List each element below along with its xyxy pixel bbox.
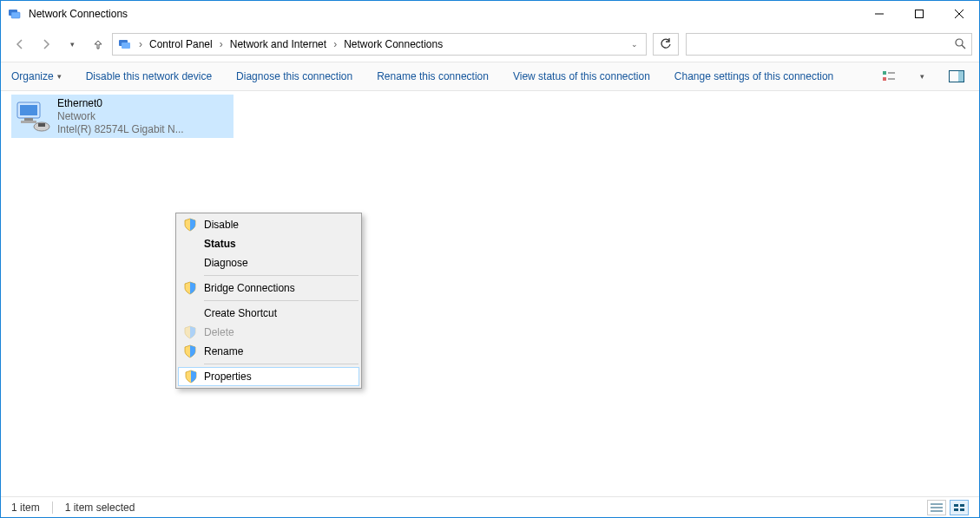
navbar: ▾ › Control Panel › Network and Internet… — [1, 27, 979, 62]
back-button[interactable] — [8, 32, 32, 56]
address-icon — [115, 34, 135, 55]
svg-line-9 — [962, 45, 965, 49]
details-view-button[interactable] — [927, 500, 946, 515]
separator — [204, 275, 358, 276]
svg-rect-17 — [20, 105, 37, 115]
shield-icon — [183, 281, 197, 295]
status-selected-count: 1 item selected — [65, 502, 135, 514]
chevron-down-icon: ▾ — [57, 72, 62, 81]
chevron-right-icon[interactable]: › — [216, 38, 227, 50]
refresh-button[interactable] — [653, 33, 679, 56]
svg-rect-18 — [24, 118, 33, 121]
titlebar: Network Connections — [1, 1, 979, 27]
separator — [204, 364, 358, 364]
ctx-status[interactable]: Status — [178, 234, 359, 253]
svg-rect-3 — [916, 10, 924, 18]
separator — [204, 300, 358, 301]
svg-rect-27 — [954, 508, 958, 511]
preview-pane-button[interactable] — [949, 68, 964, 85]
svg-rect-19 — [21, 121, 36, 123]
svg-rect-28 — [960, 508, 964, 511]
rename-connection-button[interactable]: Rename this connection — [377, 70, 489, 82]
ctx-properties[interactable]: Properties — [178, 367, 359, 386]
large-icons-view-button[interactable] — [950, 500, 969, 515]
address-wrap: › Control Panel › Network and Internet ›… — [112, 33, 972, 56]
content-area[interactable]: Ethernet0 Network Intel(R) 82574L Gigabi… — [1, 91, 979, 496]
diagnose-connection-button[interactable]: Diagnose this connection — [236, 70, 352, 82]
ctx-disable[interactable]: Disable — [178, 215, 359, 234]
svg-rect-10 — [883, 71, 886, 75]
status-bar: 1 item 1 item selected — [1, 496, 979, 517]
svg-point-8 — [956, 39, 963, 46]
context-menu: Disable Status Diagnose Bridge Connectio… — [175, 213, 362, 389]
adapter-name: Ethernet0 — [57, 97, 184, 110]
ctx-diagnose[interactable]: Diagnose — [178, 253, 359, 272]
ctx-bridge[interactable]: Bridge Connections — [178, 279, 359, 298]
svg-rect-25 — [954, 504, 958, 507]
svg-rect-1 — [11, 12, 20, 18]
view-options-dropdown[interactable]: ▾ — [920, 72, 924, 81]
disable-device-button[interactable]: Disable this network device — [86, 70, 212, 82]
svg-rect-7 — [122, 43, 130, 49]
adapter-text: Ethernet0 Network Intel(R) 82574L Gigabi… — [57, 97, 184, 135]
ctx-delete: Delete — [178, 323, 359, 342]
view-switcher — [927, 500, 969, 515]
change-settings-button[interactable]: Change settings of this connection — [674, 70, 833, 82]
adapter-device: Intel(R) 82574L Gigabit N... — [57, 123, 184, 135]
window: Network Connections ▾ › Control Panel › … — [0, 0, 980, 518]
close-button[interactable] — [939, 1, 979, 27]
separator — [52, 502, 53, 514]
svg-rect-15 — [958, 71, 964, 82]
shield-icon — [183, 325, 197, 339]
adapter-status: Network — [57, 110, 184, 123]
shield-icon — [184, 370, 198, 384]
ctx-rename[interactable]: Rename — [178, 342, 359, 361]
shield-icon — [183, 218, 197, 232]
address-bar[interactable]: › Control Panel › Network and Internet ›… — [112, 33, 647, 56]
breadcrumb-network-internet[interactable]: Network and Internet — [227, 34, 330, 55]
chevron-right-icon[interactable]: › — [135, 38, 146, 50]
maximize-button[interactable] — [899, 1, 939, 27]
breadcrumb-control-panel[interactable]: Control Panel — [146, 34, 216, 55]
view-status-button[interactable]: View status of this connection — [513, 70, 650, 82]
window-title: Network Connections — [29, 8, 859, 20]
app-icon — [8, 7, 22, 21]
command-bar: Organize ▾ Disable this network device D… — [1, 62, 979, 91]
recent-locations-button[interactable]: ▾ — [60, 32, 84, 56]
svg-rect-26 — [960, 504, 964, 507]
window-buttons — [859, 1, 979, 27]
view-options-button[interactable] — [882, 68, 896, 85]
svg-rect-21 — [38, 123, 45, 127]
status-item-count: 1 item — [11, 502, 40, 514]
minimize-button[interactable] — [859, 1, 899, 27]
search-icon — [954, 37, 966, 52]
svg-rect-11 — [883, 77, 886, 81]
search-input[interactable] — [686, 33, 972, 56]
shield-icon — [183, 344, 197, 358]
breadcrumb-network-connections[interactable]: Network Connections — [340, 34, 446, 55]
adapter-icon — [14, 97, 52, 135]
organize-button[interactable]: Organize ▾ — [11, 70, 62, 82]
chevron-right-icon[interactable]: › — [330, 38, 340, 50]
address-dropdown-button[interactable]: ⌄ — [625, 34, 644, 55]
ctx-create-shortcut[interactable]: Create Shortcut — [178, 304, 359, 323]
forward-button[interactable] — [34, 32, 58, 56]
adapter-item-ethernet0[interactable]: Ethernet0 Network Intel(R) 82574L Gigabi… — [11, 95, 233, 138]
up-button[interactable] — [86, 32, 110, 56]
